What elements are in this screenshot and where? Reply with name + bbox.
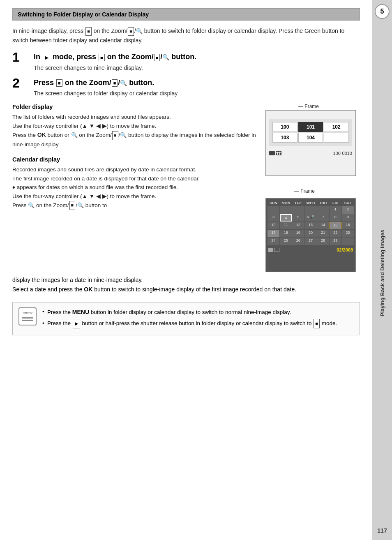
cal-sun: SUN <box>267 200 279 206</box>
press-icon-step2: ■ <box>56 79 62 87</box>
cal-text-7: Select a date and press the OK button to… <box>12 286 296 293</box>
memo-icon: memo <box>18 307 37 325</box>
zoom-icon-cal: ■ <box>69 201 76 210</box>
cal-r2c3: 5 <box>292 214 304 222</box>
step-1: 1 In ▶ mode, press ■ on the Zoom/■/🔍 but… <box>12 52 360 72</box>
cal-thu: THU <box>317 200 329 206</box>
cal-text-5: Press 🔍 on the Zoom/■/🔍 button to <box>12 201 257 210</box>
cal-continued-text: display the images for a date in nine-im… <box>12 275 360 294</box>
cal-text-2: The first image recorded on a date is di… <box>12 174 257 183</box>
cal-r2c6: 8 <box>330 214 341 222</box>
folder-sq-icon <box>269 151 275 155</box>
chapter-number: 5 <box>375 4 390 19</box>
step-1-number: 1 <box>12 51 29 64</box>
folder-grid: 100 101 102 103 104 <box>269 119 352 146</box>
folder-frame-label-row: — Frame <box>265 104 360 109</box>
folder-icons <box>269 151 281 155</box>
cal-r5c7 <box>342 238 354 245</box>
step-2-title: Press ■ on the Zoom/■/🔍 button. <box>34 78 360 88</box>
cal-r2c7: 9 <box>342 214 354 222</box>
cal-r5c4: 27 <box>304 238 316 245</box>
zoom-icon-2: ■ <box>128 27 134 36</box>
cal-r4c5: 21 <box>317 230 329 237</box>
cal-frame-label-text: Frame <box>300 188 315 194</box>
page-number: 117 <box>377 527 387 534</box>
cal-text-4: Use the four-way controller (▲ ▼ ◀ ▶) to… <box>12 192 257 201</box>
cal-r2c1: 3 <box>267 214 279 222</box>
left-column: Folder display The list of folders with … <box>12 104 257 272</box>
folder-text-2: Use the four-way controller (▲ ▼ ◀ ▶) to… <box>12 122 257 131</box>
cal-r4c4: 20 <box>304 230 316 237</box>
folder-display-img: 100 101 102 103 104 <box>265 110 356 176</box>
chapter-title: Playing Back and Deleting Images <box>379 23 385 523</box>
step-2: 2 Press ■ on the Zoom/■/🔍 button. The sc… <box>12 78 360 98</box>
folder-display-title: Folder display <box>12 104 257 110</box>
step-2-desc: The screen changes to folder display or … <box>34 89 360 98</box>
cal-r1c7: 2 <box>342 206 354 214</box>
memo-icon-lines <box>20 315 35 323</box>
cal-r1c6: 1 <box>330 206 341 214</box>
cal-r3c5: 14 <box>317 222 329 229</box>
memo-line-3 <box>22 320 33 321</box>
cal-r1c5 <box>317 206 329 214</box>
cal-r5c5: 28 <box>317 238 329 245</box>
folder-100: 100 <box>272 122 297 132</box>
cal-grid: SUN MON TUE WED THU FRI SAT <box>266 198 355 247</box>
play-icon-memo: ▶ <box>73 319 80 328</box>
right-sidebar: 5 Playing Back and Deleting Images 117 <box>372 0 392 540</box>
frame-label-text: Frame <box>304 104 319 109</box>
folder-display-section: Folder display The list of folders with … <box>12 104 257 149</box>
calendar-image-container: — Frame SUN MON TUE WED THU FRI SAT <box>265 188 360 272</box>
cal-text-1: Recorded images and sound files are disp… <box>12 165 257 174</box>
cal-r3c7: 16 <box>342 222 354 229</box>
memo-content: Press the MENU button in folder display … <box>42 307 354 330</box>
calendar-display-title: Calendar display <box>12 156 257 163</box>
folder-display-text: The list of folders with recorded images… <box>12 113 257 149</box>
ok-label-folder: OK <box>37 132 46 138</box>
memo-line-2 <box>22 318 33 319</box>
folder-104: 104 <box>298 133 323 143</box>
cal-bottom-icons <box>268 248 279 252</box>
folder-frame-label: — Frame <box>298 104 319 109</box>
cal-r3c4: 13 <box>304 222 316 229</box>
cal-r5c6: 29 <box>330 238 341 245</box>
folder-102: 102 <box>324 122 349 132</box>
press-icon-step1: ■ <box>99 54 105 61</box>
page-container: Switching to Folder Display or Calendar … <box>0 0 392 540</box>
cal-r3c3: 12 <box>292 222 304 229</box>
step-1-content: In ▶ mode, press ■ on the Zoom/■/🔍 butto… <box>34 52 360 72</box>
cal-r4c2: 18 <box>280 230 292 237</box>
folder-code: 100-0010 <box>333 151 353 156</box>
cal-r2c5: 7 <box>317 214 329 222</box>
cal-tue: TUE <box>292 200 304 206</box>
memo-line-1 <box>22 317 33 318</box>
cal-text-6: display the images for a date in nine-im… <box>12 277 143 283</box>
cal-r3c1: 10 <box>267 222 279 229</box>
cal-bottom: 02/2008 <box>266 247 355 253</box>
memo-bullet-2: Press the ▶ button or half-press the shu… <box>42 319 354 328</box>
cal-r4c1: 17 <box>267 230 279 237</box>
intro-text: In nine-image display, press ■ on the Zo… <box>12 26 360 45</box>
calendar-display-section: Calendar display Recorded images and sou… <box>12 156 257 210</box>
cal-frame-label-row: — Frame <box>265 188 360 194</box>
menu-label: MENU <box>72 309 89 315</box>
zoom-icon-intro: ■ <box>85 27 92 36</box>
step-2-number: 2 <box>12 76 29 90</box>
folder-bottom: 100-0010 <box>266 149 355 157</box>
folder-103: 103 <box>272 133 297 143</box>
cal-r3c2: 11 <box>280 222 292 229</box>
folder-101: 101 <box>298 122 323 132</box>
cal-wed: WED <box>304 200 316 206</box>
zoom-icon-folder: ■ <box>112 131 118 140</box>
cal-icon-sq1 <box>268 248 273 252</box>
calendar-display-img: SUN MON TUE WED THU FRI SAT <box>265 198 356 272</box>
cal-r3c6: 15 <box>330 222 341 229</box>
zoom-icon-step1: ■ <box>154 54 160 61</box>
cal-fri: FRI <box>330 200 341 206</box>
cal-r1c1 <box>267 206 279 214</box>
cal-mon: MON <box>280 200 292 206</box>
section-header: Switching to Folder Display or Calendar … <box>12 8 360 21</box>
cal-r1c4 <box>304 206 316 214</box>
folder-empty <box>324 133 349 143</box>
step-1-desc: The screen changes to nine-image display… <box>34 64 360 72</box>
